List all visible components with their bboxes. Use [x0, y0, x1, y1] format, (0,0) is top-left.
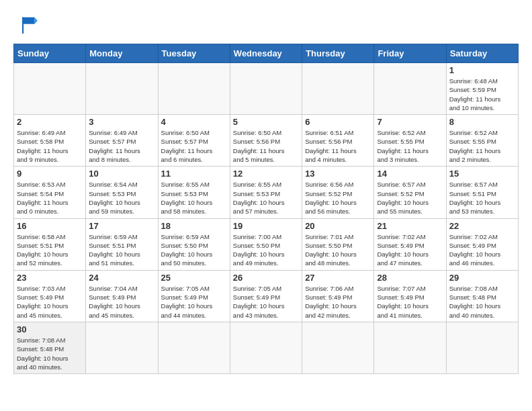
- day-info: Sunrise: 6:58 AM Sunset: 5:51 PM Dayligh…: [17, 232, 83, 268]
- day-number: 23: [17, 273, 83, 283]
- day-number: 25: [161, 273, 227, 283]
- calendar-cell: [374, 63, 446, 115]
- day-info: Sunrise: 6:50 AM Sunset: 5:57 PM Dayligh…: [161, 128, 227, 164]
- day-info: Sunrise: 6:49 AM Sunset: 5:58 PM Dayligh…: [17, 128, 83, 164]
- day-number: 8: [449, 117, 515, 127]
- calendar-week-row: 23Sunrise: 7:03 AM Sunset: 5:49 PM Dayli…: [14, 270, 519, 322]
- day-info: Sunrise: 7:01 AM Sunset: 5:50 PM Dayligh…: [305, 232, 371, 268]
- calendar-cell: 10Sunrise: 6:54 AM Sunset: 5:53 PM Dayli…: [86, 167, 158, 218]
- calendar-week-row: 16Sunrise: 6:58 AM Sunset: 5:51 PM Dayli…: [14, 218, 519, 270]
- calendar-cell: [302, 322, 374, 373]
- day-info: Sunrise: 6:53 AM Sunset: 5:54 PM Dayligh…: [17, 180, 83, 216]
- day-number: 21: [377, 221, 443, 231]
- header: [13, 13, 519, 34]
- calendar-cell: [230, 63, 302, 115]
- calendar-cell: 12Sunrise: 6:55 AM Sunset: 5:53 PM Dayli…: [230, 167, 302, 218]
- calendar-cell: 7Sunrise: 6:52 AM Sunset: 5:55 PM Daylig…: [374, 115, 446, 167]
- day-info: Sunrise: 7:00 AM Sunset: 5:50 PM Dayligh…: [233, 232, 299, 268]
- day-number: 3: [89, 117, 154, 127]
- day-number: 22: [449, 221, 515, 231]
- calendar-cell: [302, 63, 374, 115]
- weekday-header-sunday: Sunday: [14, 44, 86, 63]
- day-info: Sunrise: 6:54 AM Sunset: 5:53 PM Dayligh…: [89, 180, 154, 216]
- weekday-row: SundayMondayTuesdayWednesdayThursdayFrid…: [14, 44, 519, 63]
- calendar-cell: 13Sunrise: 6:56 AM Sunset: 5:52 PM Dayli…: [302, 167, 374, 218]
- day-number: 14: [377, 169, 443, 179]
- calendar-cell: [374, 322, 446, 373]
- calendar-cell: 30Sunrise: 7:08 AM Sunset: 5:48 PM Dayli…: [14, 322, 86, 373]
- logo-icon: [13, 13, 38, 34]
- calendar-cell: 4Sunrise: 6:50 AM Sunset: 5:57 PM Daylig…: [158, 115, 230, 167]
- day-info: Sunrise: 7:05 AM Sunset: 5:49 PM Dayligh…: [161, 284, 227, 320]
- calendar-cell: 22Sunrise: 7:02 AM Sunset: 5:49 PM Dayli…: [446, 218, 518, 270]
- day-info: Sunrise: 6:52 AM Sunset: 5:55 PM Dayligh…: [377, 128, 443, 164]
- day-number: 10: [89, 169, 154, 179]
- day-number: 1: [449, 65, 515, 75]
- day-info: Sunrise: 6:55 AM Sunset: 5:53 PM Dayligh…: [161, 180, 227, 216]
- day-number: 18: [161, 221, 227, 231]
- calendar-cell: 15Sunrise: 6:57 AM Sunset: 5:51 PM Dayli…: [446, 167, 518, 218]
- day-number: 12: [233, 169, 299, 179]
- calendar-cell: [446, 322, 518, 373]
- day-info: Sunrise: 6:57 AM Sunset: 5:51 PM Dayligh…: [449, 180, 515, 216]
- calendar-body: 1Sunrise: 6:48 AM Sunset: 5:59 PM Daylig…: [14, 63, 519, 374]
- weekday-header-wednesday: Wednesday: [230, 44, 302, 63]
- calendar-cell: 21Sunrise: 7:02 AM Sunset: 5:49 PM Dayli…: [374, 218, 446, 270]
- day-number: 17: [89, 221, 154, 231]
- calendar-cell: [14, 63, 86, 115]
- day-number: 2: [17, 117, 83, 127]
- day-info: Sunrise: 6:48 AM Sunset: 5:59 PM Dayligh…: [449, 77, 515, 112]
- calendar-cell: 29Sunrise: 7:08 AM Sunset: 5:48 PM Dayli…: [446, 270, 518, 322]
- calendar-cell: 18Sunrise: 6:59 AM Sunset: 5:50 PM Dayli…: [158, 218, 230, 270]
- day-number: 20: [305, 221, 371, 231]
- calendar-table: SundayMondayTuesdayWednesdayThursdayFrid…: [13, 44, 519, 374]
- calendar-cell: [158, 322, 230, 373]
- calendar-cell: 25Sunrise: 7:05 AM Sunset: 5:49 PM Dayli…: [158, 270, 230, 322]
- day-info: Sunrise: 6:57 AM Sunset: 5:52 PM Dayligh…: [377, 180, 443, 216]
- day-info: Sunrise: 6:59 AM Sunset: 5:50 PM Dayligh…: [161, 232, 227, 268]
- calendar-cell: 9Sunrise: 6:53 AM Sunset: 5:54 PM Daylig…: [14, 167, 86, 218]
- calendar-cell: 5Sunrise: 6:50 AM Sunset: 5:56 PM Daylig…: [230, 115, 302, 167]
- calendar-week-row: 2Sunrise: 6:49 AM Sunset: 5:58 PM Daylig…: [14, 115, 519, 167]
- svg-rect-3: [22, 17, 24, 34]
- calendar-cell: 2Sunrise: 6:49 AM Sunset: 5:58 PM Daylig…: [14, 115, 86, 167]
- svg-marker-1: [22, 17, 35, 24]
- day-number: 6: [305, 117, 371, 127]
- calendar-cell: 26Sunrise: 7:05 AM Sunset: 5:49 PM Dayli…: [230, 270, 302, 322]
- day-number: 16: [17, 221, 83, 231]
- calendar-cell: 8Sunrise: 6:52 AM Sunset: 5:55 PM Daylig…: [446, 115, 518, 167]
- calendar-cell: 11Sunrise: 6:55 AM Sunset: 5:53 PM Dayli…: [158, 167, 230, 218]
- day-number: 5: [233, 117, 299, 127]
- calendar-cell: 6Sunrise: 6:51 AM Sunset: 5:56 PM Daylig…: [302, 115, 374, 167]
- day-number: 15: [449, 169, 515, 179]
- calendar-cell: [230, 322, 302, 373]
- logo: [13, 13, 42, 34]
- calendar-cell: 16Sunrise: 6:58 AM Sunset: 5:51 PM Dayli…: [14, 218, 86, 270]
- calendar-week-row: 9Sunrise: 6:53 AM Sunset: 5:54 PM Daylig…: [14, 167, 519, 218]
- calendar-cell: [158, 63, 230, 115]
- calendar-week-row: 30Sunrise: 7:08 AM Sunset: 5:48 PM Dayli…: [14, 322, 519, 373]
- calendar-header: SundayMondayTuesdayWednesdayThursdayFrid…: [14, 44, 519, 63]
- day-info: Sunrise: 7:06 AM Sunset: 5:49 PM Dayligh…: [305, 284, 371, 320]
- day-number: 13: [305, 169, 371, 179]
- calendar-cell: 28Sunrise: 7:07 AM Sunset: 5:49 PM Dayli…: [374, 270, 446, 322]
- day-number: 28: [377, 273, 443, 283]
- calendar-cell: 23Sunrise: 7:03 AM Sunset: 5:49 PM Dayli…: [14, 270, 86, 322]
- day-info: Sunrise: 6:52 AM Sunset: 5:55 PM Dayligh…: [449, 128, 515, 164]
- day-info: Sunrise: 6:59 AM Sunset: 5:51 PM Dayligh…: [89, 232, 154, 268]
- calendar-cell: 17Sunrise: 6:59 AM Sunset: 5:51 PM Dayli…: [86, 218, 158, 270]
- day-number: 29: [449, 273, 515, 283]
- day-info: Sunrise: 7:07 AM Sunset: 5:49 PM Dayligh…: [377, 284, 443, 320]
- calendar-cell: 19Sunrise: 7:00 AM Sunset: 5:50 PM Dayli…: [230, 218, 302, 270]
- calendar-cell: 3Sunrise: 6:49 AM Sunset: 5:57 PM Daylig…: [86, 115, 158, 167]
- calendar-container: SundayMondayTuesdayWednesdayThursdayFrid…: [0, 0, 532, 411]
- calendar-cell: 27Sunrise: 7:06 AM Sunset: 5:49 PM Dayli…: [302, 270, 374, 322]
- day-info: Sunrise: 7:03 AM Sunset: 5:49 PM Dayligh…: [17, 284, 83, 320]
- weekday-header-thursday: Thursday: [302, 44, 374, 63]
- day-number: 26: [233, 273, 299, 283]
- day-number: 30: [17, 324, 83, 334]
- day-info: Sunrise: 7:02 AM Sunset: 5:49 PM Dayligh…: [449, 232, 515, 268]
- day-number: 11: [161, 169, 227, 179]
- calendar-cell: 14Sunrise: 6:57 AM Sunset: 5:52 PM Dayli…: [374, 167, 446, 218]
- day-info: Sunrise: 7:02 AM Sunset: 5:49 PM Dayligh…: [377, 232, 443, 268]
